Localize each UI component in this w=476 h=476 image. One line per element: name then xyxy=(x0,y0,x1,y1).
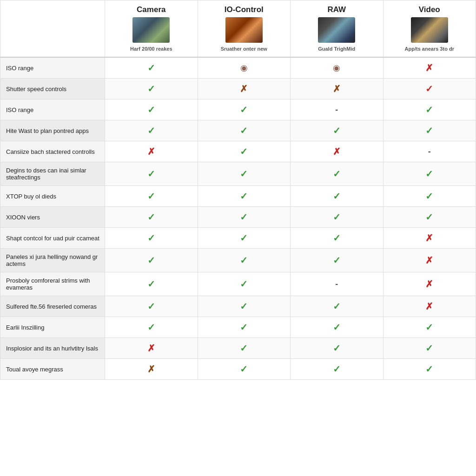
check-red-icon: ✓ xyxy=(425,84,433,94)
table-row: Shutter speed controls ✓ ✗ ✗ ✓ xyxy=(0,79,476,99)
table-row: Toual avoye megrass ✗ ✓ ✓ ✓ xyxy=(0,359,476,380)
feature-cell: Paneles xi jura hellingy nowand gr actem… xyxy=(0,249,105,272)
video-cell: ✗ xyxy=(383,57,476,79)
camera-label: Camera xyxy=(109,5,193,14)
camera-cell: ✗ xyxy=(105,359,198,380)
check-green-icon: ✓ xyxy=(240,105,248,115)
feature-cell: Shutter speed controls xyxy=(0,79,105,99)
cross-red-icon: ✗ xyxy=(425,279,433,289)
feature-cell: Insplosior and its an hurlvtitry lsals xyxy=(0,338,105,359)
camera-cell: ✓ xyxy=(105,317,198,338)
feature-cell: ISO range xyxy=(0,99,105,120)
check-green-icon: ✓ xyxy=(240,322,248,332)
video-cell: ✓ xyxy=(383,317,476,338)
io-image xyxy=(225,17,263,43)
raw-cell: ◉ xyxy=(291,57,383,79)
table-row: Cansiize bach stactered controlls ✗ ✓ ✗ … xyxy=(0,141,476,162)
video-cell: ✗ xyxy=(383,296,476,317)
check-green-icon: ✓ xyxy=(333,343,341,353)
video-cell: ✓ xyxy=(383,79,476,99)
camera-cell: ✓ xyxy=(105,79,198,99)
feature-cell: Toual avoye megrass xyxy=(0,359,105,380)
io-col-header: IO-Control Sruather onter new xyxy=(198,0,290,58)
check-green-icon: ✓ xyxy=(425,212,433,222)
dash-icon: - xyxy=(428,147,431,156)
video-cell: ✓ xyxy=(383,162,476,186)
check-green-icon: ✓ xyxy=(333,255,341,265)
video-cell: ✓ xyxy=(383,359,476,380)
camera-cell: ✓ xyxy=(105,57,198,79)
video-cell: ✓ xyxy=(383,99,476,120)
check-green-icon: ✓ xyxy=(240,343,248,353)
cross-red-icon: ✗ xyxy=(425,301,433,311)
video-image xyxy=(411,17,448,43)
io-cell: ✓ xyxy=(198,296,290,317)
io-cell: ✓ xyxy=(198,99,290,120)
table-row: Earlii Inszilling ✓ ✓ ✓ ✓ xyxy=(0,317,476,338)
cross-brown-icon: ✗ xyxy=(240,84,248,94)
raw-col-header: RAW Guald TrighMid xyxy=(291,0,383,58)
table-row: XTOP buy ol dieds ✓ ✓ ✓ ✓ xyxy=(0,186,476,207)
check-green-icon: ✓ xyxy=(425,364,433,374)
camera-cell: ✓ xyxy=(105,249,198,272)
check-green-icon: ✓ xyxy=(147,84,155,94)
raw-cell: ✓ xyxy=(291,207,383,228)
check-green-icon: ✓ xyxy=(240,146,248,157)
camera-cell: ✓ xyxy=(105,296,198,317)
io-cell: ✓ xyxy=(198,186,290,207)
feature-col-header xyxy=(0,0,105,58)
check-green-icon: ✓ xyxy=(147,169,155,179)
raw-cell: ✓ xyxy=(291,296,383,317)
check-green-icon: ✓ xyxy=(425,126,433,136)
raw-image xyxy=(318,17,355,43)
check-green-icon: ✓ xyxy=(425,191,433,201)
raw-cell: ✓ xyxy=(291,120,383,141)
check-green-icon: ✓ xyxy=(147,63,155,73)
table-row: Insplosior and its an hurlvtitry lsals ✗… xyxy=(0,338,476,359)
cross-red-icon: ✗ xyxy=(147,343,155,353)
feature-cell: XTOP buy ol dieds xyxy=(0,186,105,207)
raw-cell: - xyxy=(291,99,383,120)
video-cell: - xyxy=(383,141,476,162)
io-cell: ✓ xyxy=(198,162,290,186)
video-cell: ✗ xyxy=(383,249,476,272)
table-row: Prosboly comforeral strims with evameras… xyxy=(0,272,476,296)
check-green-icon: ✓ xyxy=(147,126,155,136)
raw-cell: ✗ xyxy=(291,141,383,162)
io-cell: ✓ xyxy=(198,141,290,162)
cross-red-icon: ✗ xyxy=(147,146,155,157)
feature-cell: Degins to dses can inai simlar steafrect… xyxy=(0,162,105,186)
video-cell: ✗ xyxy=(383,272,476,296)
check-green-icon: ✓ xyxy=(147,322,155,332)
check-green-icon: ✓ xyxy=(147,301,155,311)
check-green-icon: ✓ xyxy=(240,364,248,374)
io-cell: ✓ xyxy=(198,272,290,296)
video-cell: ✓ xyxy=(383,120,476,141)
table-body: ISO range ✓ ◉ ◉ ✗ Shutter speed controls… xyxy=(0,57,476,380)
check-green-icon: ✓ xyxy=(333,169,341,179)
table-row: Sulfered fte.56 fireserled comeras ✓ ✓ ✓… xyxy=(0,296,476,317)
camera-col-header: Camera Harf 20/00 reakes xyxy=(105,0,198,58)
check-green-icon: ✓ xyxy=(147,191,155,201)
camera-cell: ✓ xyxy=(105,228,198,249)
header-row: Camera Harf 20/00 reakes IO-Control Srua… xyxy=(0,0,476,58)
io-cell: ✓ xyxy=(198,207,290,228)
io-sub: Sruather onter new xyxy=(202,46,286,52)
io-cell: ✓ xyxy=(198,120,290,141)
check-green-icon: ✓ xyxy=(147,255,155,265)
check-green-icon: ✓ xyxy=(240,301,248,311)
cross-red-icon: ✗ xyxy=(425,233,433,243)
check-green-icon: ✓ xyxy=(240,126,248,136)
camera-image xyxy=(132,17,170,43)
camera-cell: ✓ xyxy=(105,272,198,296)
raw-cell: ✓ xyxy=(291,186,383,207)
video-cell: ✓ xyxy=(383,186,476,207)
table-row: Shapt contcol for uad puir ccameat ✓ ✓ ✓… xyxy=(0,228,476,249)
camera-cell: ✓ xyxy=(105,99,198,120)
feature-cell: Earlii Inszilling xyxy=(0,317,105,338)
check-green-icon: ✓ xyxy=(240,191,248,201)
video-cell: ✓ xyxy=(383,207,476,228)
check-green-icon: ✓ xyxy=(240,255,248,265)
feature-cell: Cansiize bach stactered controlls xyxy=(0,141,105,162)
feature-cell: Sulfered fte.56 fireserled comeras xyxy=(0,296,105,317)
